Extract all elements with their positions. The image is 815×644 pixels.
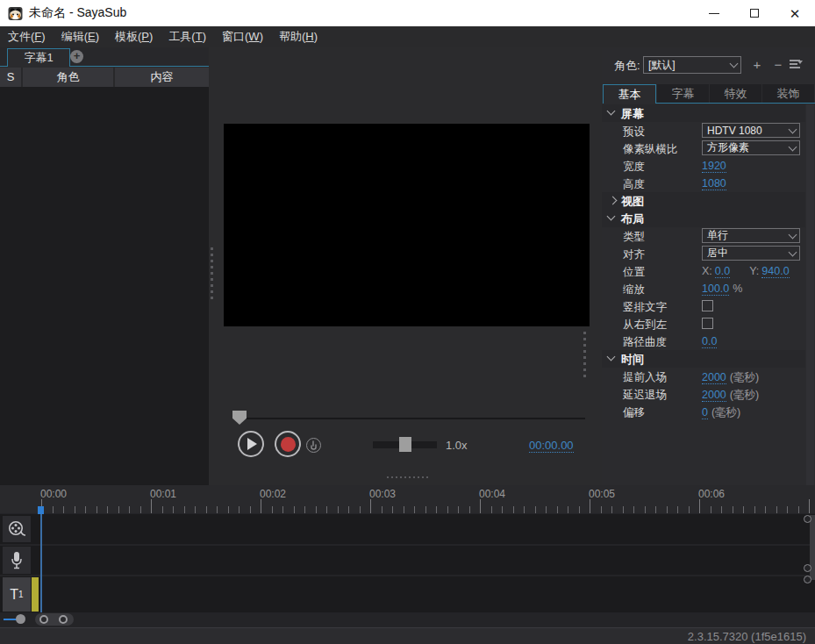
x-value-link[interactable]: 0.0 [715, 265, 730, 278]
property-value-link[interactable]: 1920 [702, 160, 726, 173]
property-value-suffix: % [733, 283, 742, 295]
properties-scrollbar[interactable] [806, 104, 814, 485]
ruler-tick-minor [382, 506, 382, 513]
property-checkbox[interactable] [702, 318, 713, 329]
properties-list: 屏幕预设HDTV 1080像素纵横比方形像素宽度1920高度1080视图布局类型… [602, 104, 805, 420]
subtitle-track-button[interactable]: T1 [3, 577, 31, 612]
property-row-时间-0: 提前入场2000(毫秒) [602, 368, 805, 385]
property-dropdown-1[interactable]: 方形像素 [702, 140, 800, 155]
property-value-link[interactable]: 1080 [702, 177, 726, 190]
ruler-tick-minor [579, 506, 580, 513]
microphone-icon [11, 551, 23, 570]
section-header-1[interactable]: 视图 [602, 192, 805, 210]
close-button[interactable]: ✕ [775, 0, 815, 26]
ruler-tick-minor [524, 506, 525, 513]
video-track-button[interactable] [3, 516, 31, 542]
playhead-handle[interactable] [38, 506, 44, 514]
ruler-tick-minor [557, 506, 558, 513]
timeline-toggle-1[interactable] [39, 615, 48, 624]
right-splitter-handle[interactable] [583, 332, 586, 377]
properties-tab-0[interactable]: 基本 [603, 84, 656, 104]
property-value-suffix: (毫秒) [730, 370, 759, 385]
role-dropdown[interactable]: [默认] [643, 56, 741, 74]
track1-resize-handle[interactable] [804, 515, 811, 523]
ruler-tick-minor [195, 506, 196, 513]
seek-bar[interactable] [234, 418, 585, 419]
track3-resize-handle[interactable] [804, 576, 811, 583]
chevron-down-icon [789, 142, 797, 151]
property-dropdown-1[interactable]: 居中 [702, 246, 800, 261]
ruler-tick-minor [491, 506, 492, 513]
ruler-tick-minor [316, 506, 317, 513]
play-button[interactable] [238, 431, 264, 457]
timeline-toggle-2[interactable] [59, 615, 68, 624]
video-track-lane[interactable] [0, 514, 815, 544]
property-row-屏幕-3: 高度1080 [602, 175, 805, 192]
property-dropdown-0[interactable]: HDTV 1080 [702, 123, 800, 138]
property-value-group: 100.0% [702, 283, 742, 296]
ruler-tick-minor [776, 506, 777, 513]
left-splitter-handle[interactable] [211, 247, 213, 299]
property-value-link[interactable]: 2000 [702, 389, 726, 402]
properties-tab-2[interactable]: 特效 [710, 84, 761, 103]
remove-role-button[interactable]: − [770, 56, 786, 74]
add-role-button[interactable]: + [749, 56, 765, 74]
subtitle-grid-body[interactable] [0, 87, 209, 485]
column-header-content[interactable]: 内容 [115, 68, 209, 87]
property-dropdown-0[interactable]: 单行 [702, 228, 800, 243]
subtitle-track-lane[interactable]: T1 [0, 576, 815, 612]
subtitle-grid-header: S 角色 内容 [0, 68, 209, 87]
minimize-button[interactable] [694, 0, 734, 26]
column-header-select[interactable]: S [0, 68, 21, 87]
column-header-role[interactable]: 角色 [23, 68, 113, 87]
menu-item-2[interactable]: 模板(P) [107, 26, 161, 47]
speed-slider-thumb[interactable] [399, 437, 411, 452]
current-time[interactable]: 00:00.00 [529, 439, 574, 453]
track2-resize-handle[interactable] [804, 564, 811, 572]
properties-tab-1[interactable]: 字幕 [657, 84, 709, 103]
dropdown-value: 居中 [707, 246, 728, 261]
menu-item-4[interactable]: 窗口(W) [214, 26, 271, 47]
ruler-tick-minor [513, 506, 514, 513]
property-value-suffix: (毫秒) [711, 405, 740, 420]
ruler-tick-major [590, 499, 590, 513]
y-value-link[interactable]: 940.0 [761, 265, 789, 278]
property-checkbox[interactable] [702, 300, 713, 311]
ruler-tick-minor [645, 506, 646, 513]
property-value-link[interactable]: 0 [702, 406, 708, 419]
timeline: 00:0000:0100:0200:0300:0400:0500:06 [0, 485, 815, 612]
chevron-down-icon [607, 212, 616, 221]
timeline-zoom-thumb[interactable] [16, 614, 25, 624]
add-subtitle-tab-button[interactable]: + [70, 50, 83, 63]
property-value-link[interactable]: 2000 [702, 371, 726, 384]
property-row-布局-0: 类型单行 [602, 227, 805, 245]
bottom-splitter-handle[interactable] [387, 476, 428, 478]
maximize-button[interactable] [734, 0, 775, 26]
subtitle-track-label: T [10, 587, 18, 603]
menu-item-3[interactable]: 工具(T) [161, 26, 214, 47]
section-header-0[interactable]: 屏幕 [602, 104, 805, 122]
property-value-link[interactable]: 0.0 [702, 335, 717, 348]
properties-tab-3[interactable]: 装饰 [762, 84, 814, 103]
timeline-ruler[interactable]: 00:0000:0100:0200:0300:0400:0500:06 [0, 485, 815, 513]
property-value-link[interactable]: 100.0 [702, 283, 729, 296]
audio-track-lane[interactable] [0, 546, 815, 575]
ruler-tick-minor [655, 506, 656, 513]
menu-item-0[interactable]: 文件(F) [0, 26, 54, 47]
tap-mode-button[interactable] [306, 438, 321, 453]
section-header-2[interactable]: 布局 [602, 210, 805, 227]
subtitle-tab[interactable]: 字幕1 [7, 48, 70, 67]
role-list-menu-button[interactable] [790, 60, 802, 70]
video-preview[interactable] [224, 124, 590, 326]
ruler-label-00:03: 00:03 [369, 488, 396, 500]
audio-track-button[interactable] [3, 547, 31, 574]
record-button[interactable] [275, 431, 301, 457]
section-header-3[interactable]: 时间 [602, 350, 805, 368]
ruler-tick-minor [623, 506, 624, 513]
ruler-tick-minor [239, 506, 239, 513]
property-row-布局-6: 路径曲度0.0 [602, 333, 805, 350]
subtitle-track-index: 1 [18, 590, 24, 599]
menu-item-5[interactable]: 帮助(H) [271, 26, 325, 47]
menu-item-1[interactable]: 编辑(E) [54, 26, 107, 47]
ruler-tick-minor [447, 506, 448, 513]
